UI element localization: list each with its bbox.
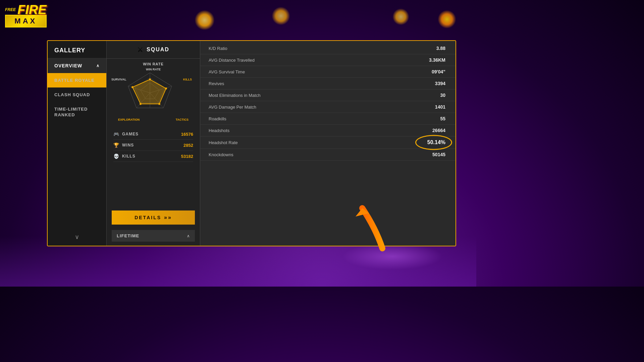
glow-right (342, 243, 443, 270)
distance-label: AVG Distance Travelled (209, 58, 419, 63)
radar-svg (120, 68, 180, 118)
headshot-rate-value: 50.14% (419, 139, 445, 145)
wins-icon: 🏆 (113, 142, 119, 148)
knockdowns-label: Knockdowns (209, 152, 419, 157)
svg-point-11 (158, 103, 160, 105)
stats-section: 🎮 GAMES 16576 🏆 WINS 2852 💀 KILLS 53182 (107, 125, 200, 208)
stat-wins: 🏆 WINS 2852 (113, 140, 193, 151)
stat-row-roadkills: Roadkills 55 (200, 113, 455, 125)
stat-row-kd: K/D Ratio 3.88 (200, 43, 455, 54)
stat-row-revives: Revives 3394 (200, 78, 455, 89)
kd-label: K/D Ratio (209, 46, 419, 51)
nav-battle-royale[interactable]: BATTLE ROYALE (48, 73, 106, 87)
kills-label-text: KILLS (122, 154, 136, 159)
details-button-label: DETAILS (135, 215, 161, 220)
stat-row-headshots: Headshots 26664 (200, 125, 455, 136)
center-panel: ⚔ SQUAD WIN RATE (106, 41, 200, 246)
kd-value: 3.88 (419, 46, 445, 51)
eliminations-value: 30 (419, 93, 445, 98)
stat-games: 🎮 GAMES 16576 (113, 129, 193, 140)
lifetime-label: LIFETIME (117, 233, 139, 238)
sidebar-nav: OVERVIEW ∧ BATTLE ROYALE CLASH SQUAD TIM… (48, 58, 106, 228)
radar-chart: WIN RATE KILLS TACTICS EXPLORATION SURVI… (120, 68, 187, 121)
details-chevrons: »» (164, 215, 172, 221)
stat-kills: 💀 KILLS 53182 (113, 151, 193, 162)
stat-kills-label: 💀 KILLS (113, 154, 136, 159)
roadkills-label: Roadkills (209, 116, 419, 121)
svg-point-13 (131, 86, 133, 88)
label-kills: KILLS (183, 78, 192, 81)
sidebar: GALLERY OVERVIEW ∧ BATTLE ROYALE CLASH S… (48, 41, 106, 246)
svg-point-9 (149, 78, 151, 80)
svg-point-12 (140, 103, 142, 105)
headshots-value: 26664 (419, 128, 445, 133)
games-value: 16576 (181, 132, 193, 137)
light-orb-2 (272, 7, 290, 25)
nav-time-limited[interactable]: TIME-LIMITED RANKED (48, 102, 106, 123)
kills-value: 53182 (181, 154, 193, 159)
logo: FREE FIRE MAX (5, 3, 47, 27)
main-panel: GALLERY OVERVIEW ∧ BATTLE ROYALE CLASH S… (47, 40, 456, 246)
svg-marker-8 (132, 79, 166, 104)
distance-value: 3.36KM (419, 57, 445, 63)
stat-games-label: 🎮 GAMES (113, 131, 139, 137)
label-tactics: TACTICS (176, 118, 189, 121)
label-exploration: EXPLORATION (118, 118, 140, 121)
survival-label: AVG Survival Time (209, 69, 419, 74)
stat-row-damage: AVG Damage Per Match 1401 (200, 101, 455, 113)
stat-row-distance: AVG Distance Travelled 3.36KM (200, 54, 455, 66)
squad-header: ⚔ SQUAD (107, 41, 200, 59)
stat-row-survival: AVG Survival Time 09'04" (200, 66, 455, 78)
nav-battle-royale-label: BATTLE ROYALE (54, 78, 95, 83)
lifetime-bar[interactable]: LIFETIME ∧ (112, 230, 195, 242)
kills-icon: 💀 (113, 154, 119, 159)
light-orb-4 (438, 10, 456, 28)
damage-label: AVG Damage Per Match (209, 105, 419, 110)
wins-value: 2852 (183, 143, 193, 148)
lifetime-chevron: ∧ (187, 234, 190, 238)
nav-overview[interactable]: OVERVIEW ∧ (48, 58, 106, 73)
right-stats-list: K/D Ratio 3.88 AVG Distance Travelled 3.… (200, 41, 455, 246)
stat-row-knockdowns: Knockdowns 50145 (200, 149, 455, 161)
label-survival: SURVIVAL (111, 78, 126, 81)
stat-row-headshot-rate: Headshot Rate 50.14% (200, 136, 455, 149)
light-orb-1 (195, 10, 215, 30)
nav-time-limited-label: TIME-LIMITED RANKED (54, 107, 100, 118)
stat-wins-label: 🏆 WINS (113, 142, 134, 148)
knockdowns-value: 50145 (419, 152, 445, 157)
label-winrate: WIN RATE (146, 68, 161, 71)
squad-title: SQUAD (147, 47, 169, 53)
logo-free: FREE (5, 7, 16, 12)
sidebar-bottom-chevron: ∨ (48, 228, 106, 246)
squad-icon: ⚔ (137, 46, 143, 54)
logo-fire: FIRE (17, 3, 47, 16)
svg-point-10 (165, 87, 167, 89)
revives-label: Revives (209, 81, 419, 86)
light-orb-3 (392, 8, 409, 25)
win-rate-label: WIN RATE (143, 62, 164, 66)
damage-value: 1401 (419, 104, 445, 110)
headshots-label: Headshots (209, 128, 419, 133)
wins-label-text: WINS (122, 143, 134, 147)
eliminations-label: Most Eliminations in Match (209, 93, 419, 98)
headshot-rate-label: Headshot Rate (209, 140, 419, 145)
sidebar-gallery-label: GALLERY (48, 41, 106, 58)
radar-area: WIN RATE (107, 59, 200, 125)
nav-overview-label: OVERVIEW (54, 63, 82, 68)
overview-chevron: ∧ (96, 63, 100, 68)
right-panel: K/D Ratio 3.88 AVG Distance Travelled 3.… (200, 41, 455, 246)
revives-value: 3394 (419, 81, 445, 86)
stat-row-eliminations: Most Eliminations in Match 30 (200, 89, 455, 101)
games-icon: 🎮 (113, 131, 119, 137)
nav-clash-squad[interactable]: CLASH SQUAD (48, 87, 106, 102)
games-label-text: GAMES (122, 132, 139, 136)
nav-clash-squad-label: CLASH SQUAD (54, 92, 90, 97)
roadkills-value: 55 (419, 116, 445, 121)
survival-value: 09'04" (419, 69, 445, 74)
details-button[interactable]: DETAILS »» (112, 210, 195, 225)
